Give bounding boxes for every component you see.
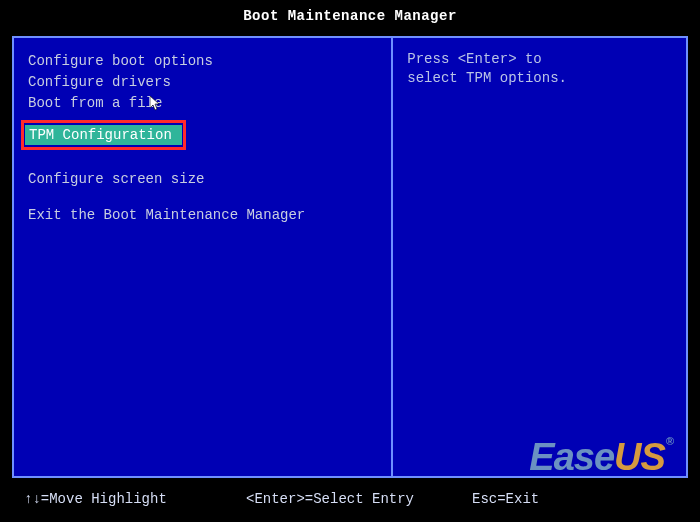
help-text-line: select TPM options. — [407, 69, 672, 88]
menu-item-configure-boot-options[interactable]: Configure boot options — [24, 51, 381, 71]
menu-item-exit[interactable]: Exit the Boot Maintenance Manager — [24, 205, 381, 225]
menu-item-boot-from-file[interactable]: Boot from a file — [24, 93, 381, 113]
menu-item-tpm-configuration[interactable]: TPM Configuration — [25, 125, 182, 145]
page-title: Boot Maintenance Manager — [0, 0, 700, 30]
hint-move: ↑↓=Move Highlight — [24, 491, 228, 507]
hint-select: <Enter>=Select Entry — [228, 491, 432, 507]
menu-item-configure-drivers[interactable]: Configure drivers — [24, 72, 381, 92]
menu-item-configure-screen-size[interactable]: Configure screen size — [24, 169, 381, 189]
hint-exit: Esc=Exit — [432, 491, 676, 507]
help-text-line: Press <Enter> to — [407, 50, 672, 69]
bios-frame: Configure boot options Configure drivers… — [12, 36, 688, 478]
help-panel: Press <Enter> to select TPM options. — [393, 38, 686, 476]
footer-hints: ↑↓=Move Highlight <Enter>=Select Entry E… — [0, 482, 700, 522]
annotation-highlight-box: TPM Configuration — [21, 120, 186, 150]
menu-panel: Configure boot options Configure drivers… — [14, 38, 393, 476]
